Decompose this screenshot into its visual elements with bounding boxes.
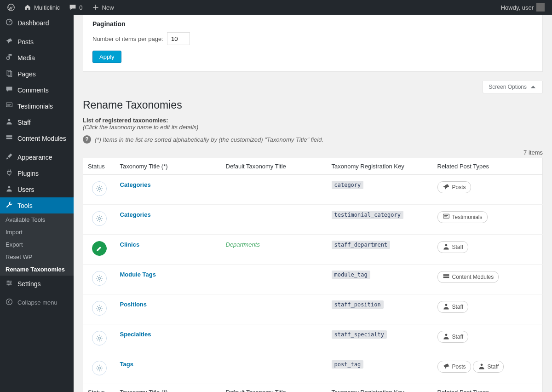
taxonomy-title-link[interactable]: Clinics	[120, 241, 140, 248]
screen-options-label: Screen Options	[489, 84, 527, 90]
col-key[interactable]: Taxonomy Registration Key	[327, 158, 433, 175]
table-row: Module Tagsmodule_tagContent Modules	[83, 265, 543, 294]
sidebar-item-settings[interactable]: Settings	[0, 276, 74, 292]
sidebar-item-comments[interactable]: Comments	[0, 82, 74, 98]
table-row: CategoriescategoryPosts	[83, 175, 543, 205]
status-edited-icon	[92, 241, 107, 256]
sidebar-item-label: Plugins	[17, 170, 39, 177]
sidebar-item-label: Media	[17, 54, 35, 62]
col-related-f: Related Post Types	[433, 384, 543, 392]
pin-icon	[5, 37, 14, 46]
new-label: New	[102, 4, 114, 11]
sidebar-item-plugins[interactable]: Plugins	[0, 165, 74, 181]
table-row: Positionsstaff_positionStaff	[83, 294, 543, 324]
registration-key: module_tag	[332, 271, 370, 279]
registration-key: testimonial_category	[332, 211, 404, 219]
page-title: Rename Taxonomies	[83, 99, 543, 111]
collapse-icon	[5, 298, 14, 307]
sidebar-item-appearance[interactable]: Appearance	[0, 149, 74, 165]
modules-icon	[443, 273, 450, 281]
col-default-f: Default Taxonomy Title	[221, 384, 327, 392]
sidebar-item-label: Pages	[17, 70, 36, 78]
account-link[interactable]: Howdy, user	[497, 0, 548, 15]
col-title[interactable]: Taxonomy Title (*)	[115, 158, 221, 175]
submenu-item-import[interactable]: Import	[0, 226, 74, 238]
wrench-icon	[5, 201, 14, 210]
screen-options-toggle[interactable]: Screen Options	[483, 81, 543, 93]
items-per-page-input[interactable]	[167, 32, 190, 45]
brush-icon	[5, 153, 14, 161]
sidebar-item-label: Dashboard	[17, 19, 49, 27]
collapse-menu[interactable]: Collapse menu	[0, 294, 74, 311]
post-type-pill[interactable]: Content Modules	[437, 271, 499, 283]
comment-icon	[5, 86, 14, 94]
registration-key: post_tag	[332, 360, 364, 369]
comment-icon	[69, 4, 76, 11]
status-default-icon	[92, 271, 107, 286]
taxonomy-title-link[interactable]: Positions	[120, 301, 147, 308]
taxonomy-title-link[interactable]: Module Tags	[120, 271, 156, 278]
submenu-item-export[interactable]: Export	[0, 238, 74, 251]
taxonomy-title-link[interactable]: Categories	[120, 211, 151, 218]
sidebar-item-content-modules[interactable]: Content Modules	[0, 130, 74, 146]
pagination-heading: Pagination	[92, 20, 533, 28]
sidebar-item-pages[interactable]: Pages	[0, 66, 74, 82]
list-label: List of registered taxonomies:	[83, 117, 168, 124]
sidebar-item-media[interactable]: Media	[0, 50, 74, 66]
submenu-item-available-tools[interactable]: Available Tools	[0, 213, 74, 226]
post-type-pill[interactable]: Posts	[437, 181, 471, 193]
status-default-icon	[92, 211, 107, 226]
col-default[interactable]: Default Taxonomy Title	[221, 158, 327, 175]
taxonomy-table: Status Taxonomy Title (*) Default Taxono…	[83, 158, 543, 392]
person-icon	[443, 333, 450, 341]
sidebar-item-users[interactable]: Users	[0, 181, 74, 197]
person-icon	[443, 303, 450, 311]
post-type-pill[interactable]: Posts	[437, 361, 471, 373]
person-icon	[5, 118, 14, 127]
table-row: Specialtiesstaff_specialtyStaff	[83, 324, 543, 354]
sidebar-item-dashboard[interactable]: Dashboard	[0, 15, 74, 31]
submenu-item-reset-wp[interactable]: Reset WP	[0, 251, 74, 263]
sidebar-item-label: Appearance	[17, 154, 52, 161]
comments-link[interactable]: 0	[65, 0, 86, 15]
site-name: Multiclinic	[34, 4, 60, 11]
person-icon	[478, 363, 485, 371]
plus-icon	[92, 4, 99, 11]
sidebar-item-label: Testimonials	[17, 103, 53, 110]
status-default-icon	[92, 301, 107, 316]
modules-icon	[5, 134, 14, 143]
taxonomy-title-link[interactable]: Categories	[120, 181, 151, 188]
wordpress-icon	[7, 4, 15, 11]
post-type-pill[interactable]: Testimonials	[437, 211, 488, 223]
testimonial-icon	[5, 102, 14, 110]
apply-button[interactable]: Apply	[92, 51, 121, 63]
dashboard-icon	[5, 18, 14, 27]
testimonial-icon	[443, 213, 450, 221]
new-content-link[interactable]: New	[88, 0, 118, 15]
taxonomy-title-link[interactable]: Specialties	[120, 331, 151, 338]
avatar	[536, 3, 545, 12]
screen-options-panel: Pagination Number of items per page: App…	[83, 15, 543, 72]
status-default-icon	[92, 181, 107, 196]
site-link[interactable]: Multiclinic	[20, 0, 63, 15]
post-type-pill[interactable]: Staff	[437, 331, 468, 343]
status-default-icon	[92, 361, 107, 375]
wp-logo[interactable]	[4, 0, 18, 15]
taxonomy-title-link[interactable]: Tags	[120, 361, 133, 368]
pin-icon	[443, 363, 450, 371]
post-type-pill[interactable]: Staff	[437, 301, 468, 313]
admin-bar: Multiclinic 0 New Howdy, user	[0, 0, 552, 15]
col-related[interactable]: Related Post Types	[433, 158, 543, 175]
post-type-pill[interactable]: Staff	[437, 241, 468, 253]
sidebar-item-posts[interactable]: Posts	[0, 34, 74, 50]
col-status[interactable]: Status	[83, 158, 115, 175]
sidebar-item-testimonials[interactable]: Testimonials	[0, 98, 74, 114]
info-icon: ?	[83, 135, 91, 144]
sidebar-item-tools[interactable]: Tools	[0, 197, 74, 213]
col-status-f: Status	[83, 384, 115, 392]
sidebar-item-staff[interactable]: Staff	[0, 114, 74, 130]
submenu-item-rename-taxonomies[interactable]: Rename Taxonomies	[0, 263, 74, 276]
admin-sidebar: DashboardPostsMediaPagesCommentsTestimon…	[0, 15, 74, 392]
post-type-pill[interactable]: Staff	[473, 361, 504, 373]
sidebar-item-label: Content Modules	[17, 135, 66, 142]
